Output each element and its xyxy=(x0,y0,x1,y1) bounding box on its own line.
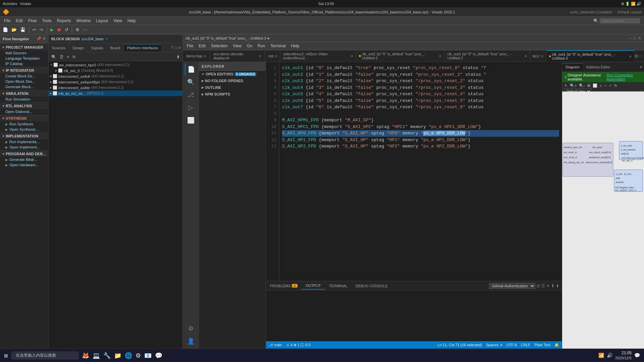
npm-scripts-section[interactable]: ▶ NPM SCRIPTS xyxy=(199,91,266,98)
diag-select-btn[interactable]: ⬜ xyxy=(592,83,598,88)
start-button[interactable]: ⊞ xyxy=(1,352,11,360)
nav-run-impl[interactable]: ▶Run Implementa... xyxy=(0,139,48,144)
more-btn[interactable]: ⋯ xyxy=(82,26,89,33)
activity-extensions-icon[interactable]: ⬜ xyxy=(185,114,197,126)
open-editors-section[interactable]: ▼ OPEN EDITORS 5 UNSAVED xyxy=(199,71,266,77)
nav-open-elaborate[interactable]: Open Elaborat... xyxy=(0,109,48,114)
bd-expand-icon[interactable]: ⬡ xyxy=(174,46,177,50)
vscode-tab-decode[interactable]: vcu-demo-decode-display.sh✕ xyxy=(210,50,265,62)
menu-reports[interactable]: Reports xyxy=(54,18,73,24)
activity-explorer-icon[interactable]: 📄 xyxy=(185,63,197,75)
vscode-tab-demo[interactable]: demo.hpp✕ xyxy=(183,50,210,62)
diagram-tab[interactable]: Diagram xyxy=(562,63,583,70)
bottom-tab-problems[interactable]: PROBLEMS ⚠ xyxy=(266,283,302,289)
nav-close-icon[interactable]: ✕ xyxy=(43,37,46,41)
vscode-win-close[interactable]: ✕ xyxy=(638,36,641,41)
tab-sources[interactable]: Sources xyxy=(49,45,69,51)
diagram-canvas[interactable]: slowest_sync_clk mb_reset ext_reset_in b… xyxy=(562,92,644,349)
nav-generate-block[interactable]: Generate Block... xyxy=(0,84,48,89)
run-btn[interactable]: ▶ xyxy=(49,26,55,33)
taskbar-app-2[interactable]: 💻 xyxy=(91,351,101,360)
new-btn[interactable]: 📄 xyxy=(1,26,9,33)
section-ip-integrator[interactable]: ▼ IP INTEGRATOR xyxy=(0,67,48,73)
search-taskbar-btn[interactable]: 在这里输入内容以搜索 xyxy=(11,352,78,359)
nav-ip-catalog[interactable]: IP Catalog xyxy=(0,61,48,66)
search-sources-btn[interactable]: 🔍 xyxy=(50,54,58,60)
nav-open-impl[interactable]: ▶Open Implement... xyxy=(0,144,48,150)
diag-regen-btn[interactable]: ↻ xyxy=(613,83,618,88)
activities-label[interactable]: Activities xyxy=(3,2,17,6)
vscode-win-min[interactable]: ─ xyxy=(629,36,632,41)
tree-item-axilite[interactable]: ▶ ⬜ interconnect_axilite (AXI Interconne… xyxy=(49,85,182,90)
diag-connect-btn[interactable]: ~ xyxy=(603,83,607,88)
tree-item-axifull[interactable]: ▶ ⬜ interconnect_axifull (AXI Interconne… xyxy=(49,73,182,79)
diag-zoom-out-btn[interactable]: 🔍- xyxy=(578,83,586,88)
section-synthesis[interactable]: ▼ SYNTHESIS xyxy=(0,115,48,121)
status-branch-icon[interactable]: ⎇ main xyxy=(269,343,282,347)
section-rtl-analysis[interactable]: ▼ RTL ANALYSIS xyxy=(0,103,48,109)
nav-open-hardware[interactable]: ▶Open Hardware... xyxy=(0,162,48,168)
status-spaces[interactable]: Spaces: 4 xyxy=(486,343,502,347)
filter-sources-btn[interactable]: ☰ xyxy=(58,54,65,60)
nav-generate-bitstream[interactable]: ▶Generate Bitstr... xyxy=(0,157,48,162)
diag-add-btn[interactable]: + xyxy=(599,83,603,88)
section-simulation[interactable]: ▼ SIMULATION xyxy=(0,90,48,97)
status-language[interactable]: Plain Text xyxy=(535,343,551,347)
taskbar-app-1[interactable]: 🦊 xyxy=(80,351,91,360)
tab-signals[interactable]: Signals xyxy=(88,45,107,51)
bottom-filter-btn[interactable]: ☰ xyxy=(541,284,545,288)
diag-pointer-btn[interactable]: ↖ xyxy=(564,83,569,88)
vscode-tab-clkout-untitled2[interactable]: clk_out1 {id "0" is_default "true" proc_… xyxy=(444,50,530,62)
section-implementation[interactable]: ▼ IMPLEMENTATION xyxy=(0,133,48,139)
tree-item-axihpm0fpd[interactable]: ▶ ⬜ interconnect_axihpm0fpd (AXI Interco… xyxy=(49,79,182,85)
taskbar-app-6[interactable]: ⚙ xyxy=(134,351,142,360)
status-line-col[interactable]: Ln 11, Col 71 (16 selected) xyxy=(438,343,482,347)
tree-item-clk-wiz[interactable]: ▶ ⬜ clk_wiz_0 (Clocking Wizard:6.0) xyxy=(49,68,182,73)
taskbar-notification-icon[interactable]: 💬 xyxy=(634,353,640,358)
activity-git-icon[interactable]: ⎇ xyxy=(185,89,197,101)
bottom-collapse-btn[interactable]: ⬇ xyxy=(556,284,559,288)
activity-search-icon[interactable]: 🔍 xyxy=(185,76,197,88)
bottom-tab-debug[interactable]: DEBUG CONSOLE xyxy=(352,283,392,289)
vscode-more-icon[interactable]: ⋯ xyxy=(639,54,643,58)
vscode-menu-edit[interactable]: Edit xyxy=(196,43,208,49)
nav-open-synthesis[interactable]: ▶Open Synthesiz... xyxy=(0,127,48,132)
vscode-tab-clkout-active[interactable]: clk_out1 {id "0" is_default "true" proc_… xyxy=(546,50,635,62)
quick-access-input[interactable] xyxy=(600,18,640,23)
menu-edit[interactable]: Edit xyxy=(13,18,25,24)
no-folder-section[interactable]: ▶ NO FOLDER OPENED xyxy=(199,77,266,84)
bottom-tab-output[interactable]: OUTPUT xyxy=(302,282,325,290)
diag-zoom-in-btn[interactable]: 🔍+ xyxy=(569,83,578,88)
bd-close-icon[interactable]: ✕ xyxy=(178,46,181,50)
bottom-close-btn[interactable]: ✕ xyxy=(546,284,550,288)
status-line-ending[interactable]: CRLF xyxy=(521,343,531,347)
vscode-menu-run[interactable]: Run xyxy=(255,43,268,49)
diag-close-icon[interactable]: ✕ xyxy=(639,65,643,69)
nav-open-block[interactable]: Open Block Des... xyxy=(0,79,48,84)
address-editor-tab[interactable]: Address Editor xyxy=(583,64,614,70)
tab-platform-interfaces[interactable]: Platform Interfaces xyxy=(124,44,162,51)
tab-design[interactable]: Design xyxy=(69,45,88,51)
redo-btn[interactable]: ↪ xyxy=(38,26,45,33)
menu-file[interactable]: File xyxy=(1,18,13,24)
bd-help-icon[interactable]: ? xyxy=(171,46,173,50)
nav-run-simulation[interactable]: Run Simulation xyxy=(0,97,48,102)
vscode-menu-terminal[interactable]: Terminal xyxy=(268,43,288,49)
status-encoding[interactable]: UTF-8 xyxy=(506,343,517,347)
tree-item-mb-ipi[interactable]: ▶ ⬜ mb_ipi_m1_mi... (HPC0:6.3) xyxy=(49,90,182,96)
vscode-menu-selection[interactable]: Selection xyxy=(208,43,230,49)
scroll-up-sources[interactable]: ⬆ xyxy=(175,54,181,60)
github-auth-dropdown[interactable]: GitHub Authentication xyxy=(489,283,535,289)
open-btn[interactable]: 📂 xyxy=(10,26,18,33)
nav-add-sources[interactable]: Add Sources xyxy=(0,50,48,56)
reset-btn[interactable]: ↺ xyxy=(63,26,70,33)
settings-btn[interactable]: ⚙ xyxy=(74,26,81,33)
taskbar-app-5[interactable]: 🌐 xyxy=(123,351,133,360)
nav-create-block[interactable]: Create Block De... xyxy=(0,73,48,79)
diag-validate-btn[interactable]: ✓ xyxy=(608,83,613,88)
activity-settings-bottom-icon[interactable]: ⚙ xyxy=(185,322,197,335)
stop-btn[interactable]: ⏹ xyxy=(56,26,63,33)
activity-debug-icon[interactable]: ▷ xyxy=(185,102,197,114)
diag-fit-btn[interactable]: ⊞ xyxy=(586,83,591,88)
nav-run-synthesis[interactable]: ▶Run Synthesis xyxy=(0,121,48,127)
